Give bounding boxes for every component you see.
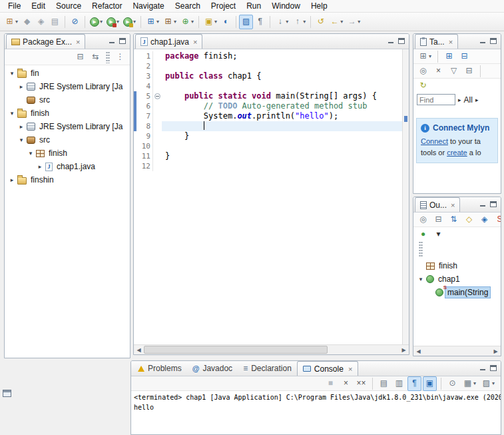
maximize-button[interactable] xyxy=(119,37,126,45)
focus-button[interactable]: ◎ xyxy=(416,213,430,227)
code-text[interactable] xyxy=(162,141,402,151)
pin-console-button[interactable]: ⊙ xyxy=(445,376,459,391)
scroll-lock-button[interactable]: ▥ xyxy=(392,376,406,391)
scroll-left-icon[interactable]: ◀ xyxy=(413,348,423,354)
code-text[interactable]: System.out.println("hello"); xyxy=(162,111,402,121)
filter-button[interactable]: ▽ xyxy=(447,64,461,79)
code-line-4[interactable]: 4 xyxy=(134,81,402,91)
word-wrap-button[interactable]: ¶ xyxy=(407,376,421,391)
menu-project[interactable]: Project xyxy=(206,0,241,12)
scrollbar-track[interactable] xyxy=(144,345,399,354)
explorer-item-chap1-java[interactable]: ▸Jchap1.java xyxy=(5,160,130,173)
scrollbar-thumb[interactable] xyxy=(144,346,328,354)
hide-non-public-button[interactable]: S xyxy=(493,213,501,227)
new-java-project-button[interactable]: ⊞▾ xyxy=(144,15,161,29)
new-wizard-button[interactable]: ⊞▾ xyxy=(3,15,20,29)
maximize-button[interactable] xyxy=(489,37,497,45)
code-line-12[interactable]: 12 xyxy=(134,161,402,171)
explorer-item-src[interactable]: ▾src xyxy=(5,133,130,147)
code-line-10[interactable]: 10 xyxy=(134,141,402,151)
link-with-editor-button[interactable]: ⇆ xyxy=(89,50,103,65)
remove-all-launches-button[interactable]: ×× xyxy=(354,376,368,391)
mylyn-title[interactable]: Connect Mylyn xyxy=(433,123,489,134)
new-class-button[interactable]: ⊕▾ xyxy=(178,15,196,29)
clear-console-button[interactable]: ▤ xyxy=(377,376,391,391)
scroll-left-icon[interactable]: ◀ xyxy=(134,347,144,353)
task-list-tab[interactable]: Ta... × xyxy=(415,34,458,49)
scroll-right-icon[interactable]: ▶ xyxy=(399,347,409,353)
create-link[interactable]: create xyxy=(447,149,467,157)
code-text[interactable]: // TODO Auto-generated method stub xyxy=(162,101,402,111)
minimize-button[interactable] xyxy=(479,201,487,208)
editor-tab-chap1-java[interactable]: J chap1.java × xyxy=(135,34,202,49)
minimize-button[interactable] xyxy=(108,37,116,45)
collapse-arrow-icon[interactable]: ▾ xyxy=(9,70,15,77)
coverage-button[interactable]: ▶▾ xyxy=(105,15,121,29)
collapse-all-button[interactable]: ⊟ xyxy=(73,50,87,65)
code-text[interactable]: } xyxy=(162,151,402,161)
editor-body[interactable]: 1package finish;23public class chap1 {45… xyxy=(134,49,409,344)
outline-tab[interactable]: Ou... × xyxy=(415,197,460,212)
code-text[interactable]: } xyxy=(162,131,402,141)
explorer-item-finish[interactable]: ▾finish xyxy=(5,147,130,160)
menu-help[interactable]: Help xyxy=(306,0,333,12)
close-icon[interactable]: × xyxy=(449,38,453,46)
code-line-8[interactable]: 8 xyxy=(134,121,402,131)
tab-console[interactable]: Console× xyxy=(297,361,358,376)
focus-on-workweek-button[interactable]: ◎ xyxy=(416,64,430,79)
code-text[interactable] xyxy=(162,121,402,131)
code-line-2[interactable]: 2 xyxy=(134,61,402,71)
new-package-button[interactable]: ⊞▾ xyxy=(161,15,178,29)
collapse-arrow-icon[interactable]: ▾ xyxy=(18,137,25,143)
outline-item-finish[interactable]: finish xyxy=(413,259,501,272)
forward-button[interactable]: →▾ xyxy=(345,15,362,29)
code-line-3[interactable]: 3public class chap1 { xyxy=(134,71,402,81)
outline-item-chap1[interactable]: ▾chap1 xyxy=(413,272,501,286)
expand-arrow-icon[interactable]: ▸ xyxy=(9,177,15,183)
synchronize-button[interactable]: ↻ xyxy=(416,78,430,93)
close-icon[interactable]: × xyxy=(348,365,352,373)
search-button[interactable]: ◐ xyxy=(219,15,233,29)
fold-collapse-icon[interactable] xyxy=(154,93,160,99)
collapse-arrow-icon[interactable]: ▾ xyxy=(9,110,15,117)
save-button[interactable]: ◆ xyxy=(20,15,34,29)
scheduled-button[interactable]: ⊟ xyxy=(457,49,471,64)
code-area[interactable]: 1package finish;23public class chap1 {45… xyxy=(134,49,402,344)
scroll-right-icon[interactable]: ▶ xyxy=(491,348,501,354)
open-console-button[interactable]: ▨▾ xyxy=(479,376,497,391)
run-marker-button[interactable]: ● xyxy=(416,226,430,241)
display-selected-console-button[interactable]: ▦▾ xyxy=(461,376,478,391)
scope-next-icon[interactable]: ▸ xyxy=(475,97,479,103)
print-button[interactable]: ▤ xyxy=(48,15,62,29)
minimize-button[interactable] xyxy=(479,364,487,372)
hide-fields-button[interactable]: ◇ xyxy=(462,213,476,227)
collapse-arrow-icon[interactable]: ▾ xyxy=(27,150,34,157)
next-annotation-button[interactable]: ↓▾ xyxy=(273,15,290,29)
explorer-item-fin[interactable]: ▾fin xyxy=(5,67,130,80)
tab-declaration[interactable]: ≡Declaration xyxy=(238,361,297,376)
code-line-11[interactable]: 11} xyxy=(134,151,402,161)
menu-refactor[interactable]: Refactor xyxy=(87,0,127,12)
terminate-button[interactable]: ■ xyxy=(324,376,338,391)
delete-button[interactable]: × xyxy=(431,64,445,79)
tab-javadoc[interactable]: @Javadoc xyxy=(187,361,238,376)
package-explorer-tab[interactable]: Package Ex... × xyxy=(6,34,85,49)
overview-ruler[interactable] xyxy=(402,49,409,344)
new-task-button[interactable]: ⊞▾ xyxy=(416,49,433,64)
view-menu-button[interactable]: ⋮ xyxy=(113,50,127,65)
save-all-button[interactable]: ◈ xyxy=(34,15,48,29)
editor-horizontal-scrollbar[interactable]: ◀ ▶ xyxy=(134,344,409,354)
code-text[interactable] xyxy=(162,81,402,91)
show-whitespace-button[interactable]: ¶ xyxy=(253,15,267,29)
minimized-view-trim-icon[interactable] xyxy=(3,390,11,397)
drag-handle[interactable] xyxy=(419,241,423,257)
connect-link[interactable]: Connect xyxy=(421,137,448,145)
overview-diff-marker[interactable] xyxy=(404,116,407,122)
explorer-item-finish[interactable]: ▾finish xyxy=(5,107,130,120)
explorer-item-jre-system-library-ja[interactable]: ▸JRE System Library [Ja xyxy=(5,80,130,93)
skip-breakpoints-button[interactable]: ⊘ xyxy=(68,15,82,29)
run-button[interactable]: ▶▾ xyxy=(88,15,105,29)
console-output[interactable]: <terminated> chap1 [Java Application] C:… xyxy=(131,391,501,434)
last-edit-location-button[interactable]: ↺ xyxy=(314,15,328,29)
drag-handle[interactable] xyxy=(106,51,110,63)
